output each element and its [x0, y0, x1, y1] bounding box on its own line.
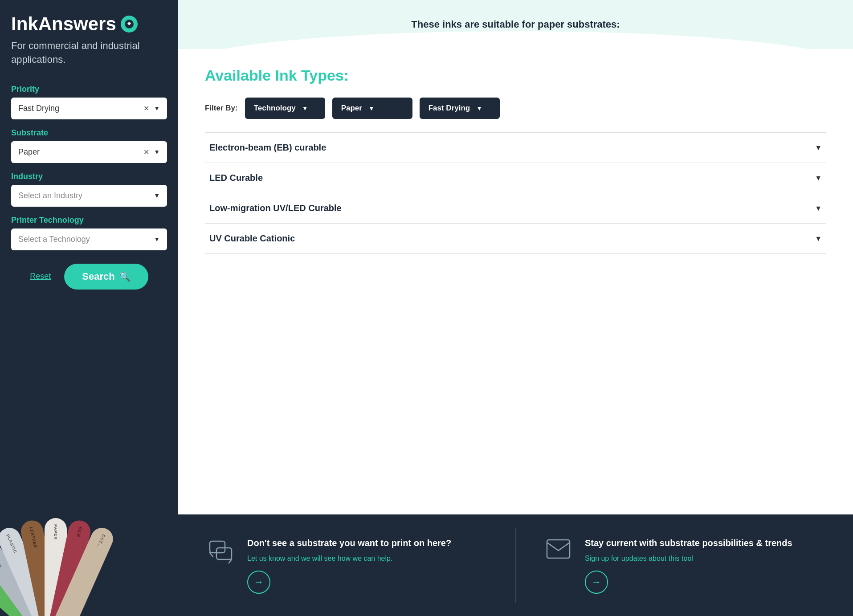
ink-expand-icon: ▼: [815, 235, 822, 243]
svg-rect-1: [210, 541, 225, 553]
swatch-label: COT...: [96, 534, 106, 548]
technology-placeholder: Select a Technology: [18, 235, 154, 244]
ink-expand-icon: ▼: [815, 174, 822, 182]
swatch-label: SILK: [76, 526, 82, 538]
footer-section: Don't see a substrate you want to print …: [178, 514, 853, 616]
priority-label: Priority: [11, 85, 167, 94]
action-row: Reset Search 🔍: [11, 264, 167, 290]
chat-icon: [205, 537, 236, 568]
main-content: These inks are suitable for paper substr…: [178, 0, 853, 616]
logo: InkAnswers: [11, 13, 167, 35]
swatch-fan: GLASSALUMINUMPLASTICLEATHERPAPERSILKCOT.…: [0, 473, 187, 616]
substrate-select[interactable]: Paper ✕ ▼: [11, 141, 167, 163]
results-area: Available Ink Types: Filter By: Technolo…: [178, 49, 853, 514]
svg-rect-3: [216, 548, 232, 559]
ink-item[interactable]: Low-migration UV/LED Curable ▼: [205, 193, 826, 223]
filter-chip-fastdrying-label: Fast Drying: [429, 104, 470, 113]
arrow-right-icon-2: →: [592, 576, 601, 588]
ink-expand-icon: ▼: [815, 144, 822, 152]
industry-section: Industry Select an Industry ▼: [11, 172, 167, 207]
substrate-value: Paper: [18, 147, 143, 157]
ink-name: Low-migration UV/LED Curable: [209, 203, 342, 213]
logo-text: InkAnswers: [11, 13, 116, 35]
ink-item[interactable]: LED Curable ▼: [205, 163, 826, 193]
footer-col-2-heading: Stay current with substrate possibilitie…: [585, 537, 826, 549]
footer-col-2-arrow-button[interactable]: →: [585, 571, 608, 594]
banner-text: These inks are suitable for paper substr…: [411, 19, 620, 30]
filter-chip-fastdrying-arrow: ▼: [476, 105, 482, 112]
ink-name: LED Curable: [209, 173, 263, 183]
svg-line-4: [229, 559, 232, 563]
footer-col-1: Don't see a substrate you want to print …: [178, 514, 515, 616]
industry-arrow-icon: ▼: [154, 192, 160, 199]
footer-col-2: Stay current with substrate possibilitie…: [516, 514, 853, 616]
ink-item[interactable]: Electron-beam (EB) curable ▼: [205, 132, 826, 163]
swatch-label: PLASTIC: [5, 534, 18, 554]
filter-chip-paper[interactable]: Paper ▼: [332, 98, 412, 119]
ink-list: Electron-beam (EB) curable ▼ LED Curable…: [205, 132, 826, 254]
filter-chip-paper-arrow: ▼: [368, 105, 375, 112]
swatch-label: LEATHER: [29, 526, 38, 549]
logo-icon: [121, 16, 138, 33]
footer-col-1-arrow-button[interactable]: →: [247, 571, 270, 594]
ink-expand-icon: ▼: [815, 204, 822, 212]
industry-label: Industry: [11, 172, 167, 181]
filter-chip-paper-label: Paper: [341, 104, 362, 113]
priority-value: Fast Drying: [18, 104, 143, 113]
priority-clear-icon[interactable]: ✕: [143, 104, 149, 113]
logo-tagline: For commercial and industrial applicatio…: [11, 39, 167, 67]
arrow-right-icon: →: [254, 576, 264, 588]
search-icon: 🔍: [119, 271, 131, 282]
swatch-label: PAPER: [53, 524, 58, 540]
filter-by-row: Filter By: Technology ▼ Paper ▼ Fast Dry…: [205, 98, 826, 119]
substrate-arrow-icon: ▼: [154, 148, 160, 155]
sidebar: InkAnswers For commercial and industrial…: [0, 0, 178, 616]
svg-line-2: [210, 553, 213, 557]
substrate-label: Substrate: [11, 128, 167, 138]
ink-item[interactable]: UV Curable Cationic ▼: [205, 223, 826, 254]
reset-button[interactable]: Reset: [30, 272, 51, 281]
footer-col-1-heading: Don't see a substrate you want to print …: [247, 537, 489, 549]
filter-by-label: Filter By:: [205, 104, 238, 113]
search-button-label: Search: [82, 271, 114, 282]
substrate-clear-icon[interactable]: ✕: [143, 148, 149, 156]
filter-chip-technology-arrow: ▼: [302, 105, 308, 112]
filter-chip-technology[interactable]: Technology ▼: [245, 98, 325, 119]
industry-placeholder: Select an Industry: [18, 191, 154, 200]
priority-section: Priority Fast Drying ✕ ▼: [11, 85, 167, 119]
footer-col-1-text: Don't see a substrate you want to print …: [247, 537, 489, 594]
industry-select[interactable]: Select an Industry ▼: [11, 185, 167, 207]
top-banner: These inks are suitable for paper substr…: [178, 0, 853, 49]
mail-icon: [543, 537, 574, 568]
technology-select[interactable]: Select a Technology ▼: [11, 228, 167, 250]
technology-arrow-icon: ▼: [154, 236, 160, 243]
available-title: Available Ink Types:: [205, 67, 826, 84]
footer-col-2-text: Stay current with substrate possibilitie…: [585, 537, 826, 594]
ink-name: UV Curable Cationic: [209, 233, 295, 244]
svg-rect-5: [547, 540, 570, 558]
logo-area: InkAnswers For commercial and industrial…: [11, 13, 167, 67]
priority-arrow-icon: ▼: [154, 105, 160, 112]
fan-container: GLASSALUMINUMPLASTICLEATHERPAPERSILKCOT.…: [0, 473, 187, 616]
priority-select[interactable]: Fast Drying ✕ ▼: [11, 98, 167, 119]
technology-label: Printer Technology: [11, 216, 167, 225]
filter-chip-technology-label: Technology: [254, 104, 296, 113]
footer-col-2-link[interactable]: Sign up for updates about this tool: [585, 555, 826, 563]
ink-name: Electron-beam (EB) curable: [209, 143, 326, 153]
technology-section: Printer Technology Select a Technology ▼: [11, 216, 167, 250]
filter-chip-fastdrying[interactable]: Fast Drying ▼: [420, 98, 500, 119]
substrate-section: Substrate Paper ✕ ▼: [11, 128, 167, 163]
footer-col-1-link[interactable]: Let us know and we will see how we can h…: [247, 555, 489, 563]
search-button[interactable]: Search 🔍: [64, 264, 148, 290]
